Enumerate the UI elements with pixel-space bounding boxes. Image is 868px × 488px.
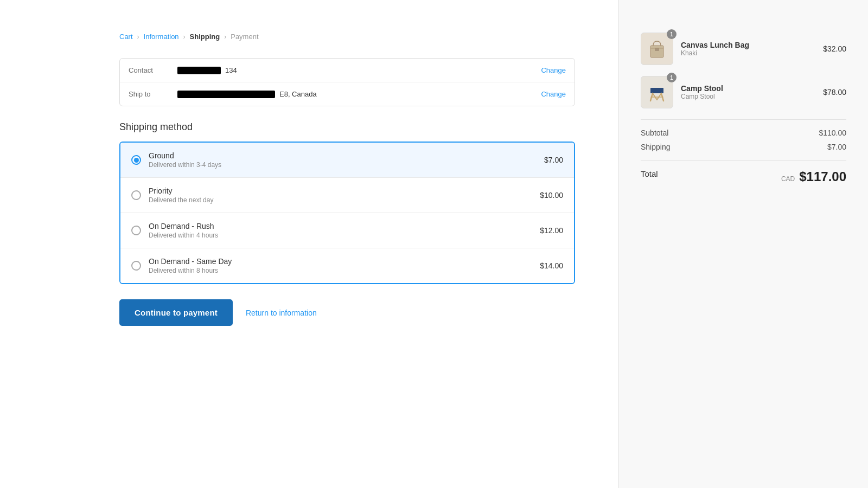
shipping-name-same-day: On Demand - Same Day	[149, 257, 540, 266]
shipping-info-priority: Priority Delivered the next day	[149, 187, 540, 204]
breadcrumb-cart[interactable]: Cart	[119, 33, 133, 41]
radio-priority	[131, 190, 141, 200]
shipping-name-ground: Ground	[149, 151, 544, 160]
ship-to-label: Ship to	[129, 90, 177, 98]
shipping-price-rush: $12.00	[540, 226, 563, 235]
breadcrumb-sep-3: ›	[224, 33, 226, 41]
order-item-canvas-lunch-bag: 1 Canvas Lunch Bag Khaki $32.00	[641, 33, 846, 65]
shipping-label: Shipping	[641, 143, 671, 151]
ship-to-redacted	[177, 91, 275, 98]
item-details-bag: Canvas Lunch Bag Khaki	[681, 41, 815, 57]
item-price-bag: $32.00	[823, 44, 846, 53]
main-content: Cart › Information › Shipping › Payment …	[0, 0, 618, 488]
return-to-information-button[interactable]: Return to information	[246, 309, 317, 317]
breadcrumb-shipping: Shipping	[190, 33, 220, 41]
shipping-desc-rush: Delivered within 4 hours	[149, 232, 540, 239]
shipping-price-ground: $7.00	[544, 156, 563, 164]
ship-to-change[interactable]: Change	[541, 90, 566, 98]
summary-divider-1	[641, 119, 846, 120]
shipping-name-rush: On Demand - Rush	[149, 222, 540, 230]
item-badge-stool: 1	[667, 73, 676, 82]
shipping-option-ground[interactable]: Ground Delivered within 3-4 days $7.00	[120, 143, 574, 178]
contact-value: 134	[177, 66, 541, 74]
continue-to-payment-button[interactable]: Continue to payment	[119, 299, 233, 326]
shipping-options: Ground Delivered within 3-4 days $7.00 P…	[119, 142, 575, 284]
item-badge-bag: 1	[667, 29, 676, 39]
radio-ground	[131, 155, 141, 165]
item-details-stool: Camp Stool Camp Stool	[681, 84, 815, 100]
shipping-price-same-day: $14.00	[540, 261, 563, 270]
order-item-camp-stool: 1 Camp Stool Camp Stool $78.00	[641, 76, 846, 108]
item-variant-stool: Camp Stool	[681, 93, 815, 100]
radio-rush	[131, 226, 141, 235]
breadcrumb-information[interactable]: Information	[144, 33, 179, 41]
shipping-info-same-day: On Demand - Same Day Delivered within 8 …	[149, 257, 540, 274]
breadcrumb-payment: Payment	[231, 33, 258, 41]
shipping-method-title: Shipping method	[119, 121, 575, 133]
ship-to-suffix: E8, Canada	[279, 90, 317, 98]
item-price-stool: $78.00	[823, 88, 846, 97]
contact-label: Contact	[129, 66, 177, 74]
item-img-wrap-stool: 1	[641, 76, 673, 108]
subtotal-value: $110.00	[819, 129, 846, 137]
shipping-info-rush: On Demand - Rush Delivered within 4 hour…	[149, 222, 540, 239]
radio-ground-dot	[134, 158, 139, 163]
svg-rect-3	[650, 88, 663, 93]
contact-suffix: 134	[225, 66, 237, 74]
breadcrumb-sep-2: ›	[183, 33, 186, 41]
contact-redacted	[177, 67, 221, 74]
shipping-option-same-day[interactable]: On Demand - Same Day Delivered within 8 …	[120, 248, 574, 283]
summary-divider-2	[641, 160, 846, 160]
ship-to-row: Ship to E8, Canada Change	[120, 82, 575, 106]
info-table: Contact 134 Change Ship to E8, Canada Ch…	[119, 58, 575, 106]
item-img-wrap-bag: 1	[641, 33, 673, 65]
total-amount: $117.00	[799, 169, 846, 184]
contact-change[interactable]: Change	[541, 66, 566, 74]
stool-icon	[645, 80, 669, 104]
shipping-value: $7.00	[827, 143, 846, 151]
breadcrumb-sep-1: ›	[137, 33, 139, 41]
order-summary: 1 Canvas Lunch Bag Khaki $32.00	[618, 0, 868, 488]
total-row: Total CAD $117.00	[641, 169, 846, 184]
item-variant-bag: Khaki	[681, 49, 815, 57]
btn-row: Continue to payment Return to informatio…	[119, 299, 575, 326]
svg-rect-0	[650, 46, 663, 57]
shipping-option-priority[interactable]: Priority Delivered the next day $10.00	[120, 178, 574, 213]
shipping-price-priority: $10.00	[540, 191, 563, 200]
item-name-stool: Camp Stool	[681, 84, 815, 93]
ship-to-value: E8, Canada	[177, 90, 541, 98]
contact-row: Contact 134 Change	[120, 59, 575, 82]
total-currency: CAD	[781, 175, 795, 183]
shipping-name-priority: Priority	[149, 187, 540, 195]
subtotal-row: Subtotal $110.00	[641, 129, 846, 137]
breadcrumb: Cart › Information › Shipping › Payment	[119, 33, 575, 41]
total-label: Total	[641, 169, 658, 184]
subtotal-label: Subtotal	[641, 129, 668, 137]
shipping-row: Shipping $7.00	[641, 143, 846, 151]
shipping-desc-same-day: Delivered within 8 hours	[149, 267, 540, 274]
radio-same-day	[131, 261, 141, 271]
total-right: CAD $117.00	[781, 169, 846, 184]
shipping-info-ground: Ground Delivered within 3-4 days	[149, 151, 544, 169]
shipping-desc-priority: Delivered the next day	[149, 196, 540, 204]
shipping-option-rush[interactable]: On Demand - Rush Delivered within 4 hour…	[120, 213, 574, 248]
item-name-bag: Canvas Lunch Bag	[681, 41, 815, 49]
shipping-desc-ground: Delivered within 3-4 days	[149, 161, 544, 169]
svg-line-7	[657, 93, 661, 100]
svg-line-6	[653, 93, 657, 100]
bag-icon	[645, 37, 669, 61]
